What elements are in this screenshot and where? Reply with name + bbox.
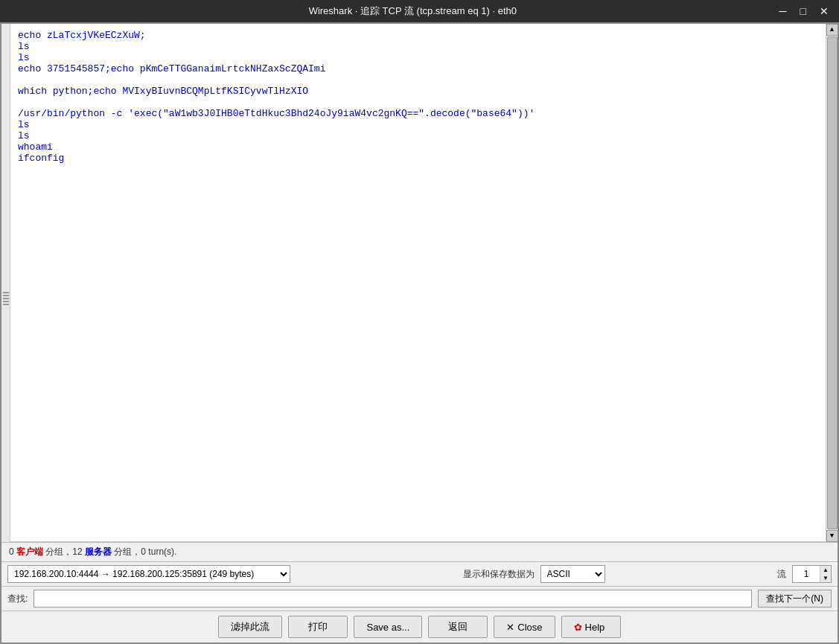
tick-4 xyxy=(3,301,9,302)
status-middle1: 分组，12 xyxy=(43,546,85,557)
filter-flow-button[interactable]: 滤掉此流 xyxy=(218,616,282,638)
close-icon: ✕ xyxy=(506,622,514,633)
stream-number-spinner[interactable]: ▲ ▼ xyxy=(792,565,832,583)
status-middle2: 分组，0 turn(s). xyxy=(112,546,176,557)
stream-num-label: 流 xyxy=(777,568,786,581)
display-format-select[interactable]: ASCIIHex DumpC ArraysRaw xyxy=(540,565,605,583)
server-label: 服务器 xyxy=(85,546,112,557)
maximize-button[interactable]: □ xyxy=(796,4,811,18)
spin-down-btn[interactable]: ▼ xyxy=(820,574,831,582)
stream-number-input[interactable] xyxy=(793,566,820,582)
find-next-button[interactable]: 查找下一个(N) xyxy=(758,590,832,608)
tick-1 xyxy=(3,292,9,293)
scroll-up-btn[interactable]: ▲ xyxy=(826,24,838,36)
print-button[interactable]: 打印 xyxy=(288,616,348,638)
controls-row1: 192.168.200.10:4444 → 192.168.200.125:35… xyxy=(1,562,838,587)
status-prefix: 0 xyxy=(9,546,16,557)
spin-up-btn[interactable]: ▲ xyxy=(820,566,831,574)
status-bar: 0 客户端 分组，12 服务器 分组，0 turn(s). xyxy=(1,542,838,562)
stream-wrapper: echo zLaTcxjVKeECzXuW; ls ls echo 375154… xyxy=(1,24,838,542)
search-input[interactable] xyxy=(34,590,752,608)
main-window: echo zLaTcxjVKeECzXuW; ls ls echo 375154… xyxy=(0,22,839,644)
help-label: Help xyxy=(585,622,605,633)
action-row: 滤掉此流 打印 Save as... 返回 ✕ Close ✿ Help xyxy=(1,611,838,643)
help-icon: ✿ xyxy=(574,622,582,633)
close-window-button[interactable]: ✕ xyxy=(815,4,833,18)
left-bar xyxy=(1,24,10,542)
spinner-arrows: ▲ ▼ xyxy=(820,566,831,582)
scroll-thumb[interactable] xyxy=(827,36,838,529)
window-title: Wireshark · 追踪 TCP 流 (tcp.stream eq 1) ·… xyxy=(51,4,775,18)
tick-3 xyxy=(3,298,9,299)
tick-5 xyxy=(3,304,9,305)
display-label: 显示和保存数据为 xyxy=(463,568,535,581)
close-label: Close xyxy=(517,622,542,633)
stream-select[interactable]: 192.168.200.10:4444 → 192.168.200.125:35… xyxy=(7,565,290,583)
help-button[interactable]: ✿ Help xyxy=(561,616,621,638)
minimize-button[interactable]: ─ xyxy=(775,4,791,18)
window-controls: ─ □ ✕ xyxy=(775,4,833,18)
controls-row2: 查找: 查找下一个(N) xyxy=(1,587,838,611)
stream-content[interactable]: echo zLaTcxjVKeECzXuW; ls ls echo 375154… xyxy=(10,24,826,542)
save-as-button[interactable]: Save as... xyxy=(354,616,422,638)
close-button[interactable]: ✕ Close xyxy=(494,616,555,638)
client-label: 客户端 xyxy=(16,546,43,557)
back-button[interactable]: 返回 xyxy=(428,616,488,638)
tick-2 xyxy=(3,295,9,296)
right-scrollbar[interactable]: ▲ ▼ xyxy=(826,24,838,542)
scroll-down-btn[interactable]: ▼ xyxy=(826,530,838,542)
title-bar: Wireshark · 追踪 TCP 流 (tcp.stream eq 1) ·… xyxy=(0,0,839,22)
search-label: 查找: xyxy=(7,593,28,605)
